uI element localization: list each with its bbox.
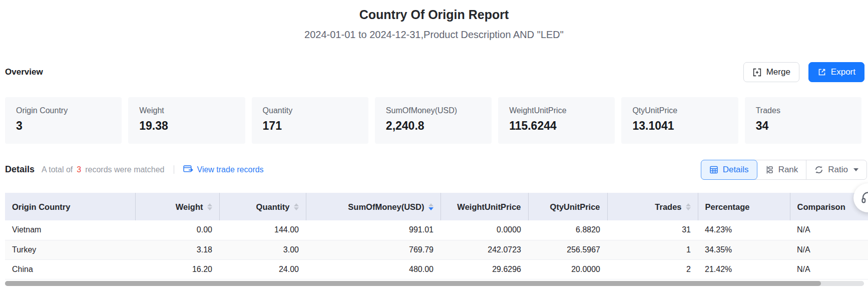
cell-quantity: 3.00 — [219, 240, 306, 259]
column-header-label: Percentage — [705, 202, 750, 212]
column-header-label: Quantity — [256, 202, 290, 212]
cell-qtyunitprice: 20.0000 — [528, 259, 607, 279]
stat-card-weight: Weight19.38 — [128, 97, 245, 144]
stat-card-label: WeightUnitPrice — [509, 106, 604, 115]
records-count: 3 — [77, 165, 81, 174]
cell-sumofmoney-usd: 480.00 — [306, 259, 441, 279]
stat-card-value: 3 — [16, 119, 111, 133]
column-header-label: Trades — [655, 202, 681, 212]
merge-button[interactable]: Merge — [743, 62, 799, 82]
export-button[interactable]: Export — [808, 62, 864, 82]
stat-card-label: QtyUnitPrice — [632, 106, 727, 115]
cell-comparison: N/A — [790, 220, 868, 240]
column-header-percentage: Percentage — [698, 193, 790, 220]
stat-card-value: 171 — [263, 119, 357, 133]
column-header-inner: Trades — [655, 202, 690, 212]
overview-header-row: Overview Merge Export — [5, 60, 864, 84]
details-heading: Details — [5, 164, 35, 175]
sort-asc-caret — [428, 203, 433, 206]
cell-origin-country: China — [5, 259, 135, 279]
stat-card-weightunitprice: WeightUnitPrice115.6244 — [498, 97, 615, 144]
stat-card-value: 2,240.8 — [386, 119, 481, 133]
sort-asc-caret — [686, 203, 691, 206]
stat-card-sumofmoney-usd: SumOfMoney(USD)2,240.8 — [375, 97, 492, 144]
sort-asc-caret — [207, 203, 212, 206]
view-tab-rank[interactable]: Rank — [757, 160, 806, 179]
cell-percentage: 21.42% — [698, 259, 790, 279]
column-header-label: WeightUnitPrice — [457, 202, 521, 212]
export-button-label: Export — [831, 67, 855, 77]
merge-button-label: Merge — [766, 67, 790, 77]
cell-weightunitprice: 0.0000 — [441, 220, 528, 240]
cell-origin-country: Turkey — [5, 240, 135, 259]
cell-weightunitprice: 29.6296 — [441, 259, 528, 279]
cell-qtyunitprice: 256.5967 — [528, 240, 607, 259]
external-link-icon — [817, 68, 826, 77]
details-left: Details A total of 3 records were matche… — [5, 164, 264, 175]
cell-percentage: 44.23% — [698, 220, 790, 240]
records-summary-suffix: records were matched — [85, 165, 164, 174]
table-grid-icon — [709, 165, 718, 174]
column-header-trades[interactable]: Trades — [607, 193, 698, 220]
stat-card-label: SumOfMoney(USD) — [386, 106, 481, 115]
cell-quantity: 24.00 — [219, 259, 306, 279]
table-row-vietnam: Vietnam0.00144.00991.010.00006.88203144.… — [5, 220, 868, 240]
stat-card-value: 19.38 — [139, 119, 234, 133]
column-header-inner: WeightUnitPrice — [457, 202, 521, 212]
view-tab-label: Rank — [778, 165, 798, 175]
stat-card-label: Origin Country — [16, 106, 111, 115]
cell-weight: 3.18 — [135, 240, 219, 259]
overview-heading: Overview — [5, 67, 43, 77]
column-header-inner: SumOfMoney(USD) — [348, 202, 433, 212]
column-header-inner: QtyUnitPrice — [550, 202, 600, 212]
table-body: Vietnam0.00144.00991.010.00006.88203144.… — [5, 220, 868, 279]
column-header-label: Comparison — [797, 202, 845, 212]
view-trade-records-label: View trade records — [197, 165, 264, 174]
sort-desc-caret — [294, 207, 299, 210]
page-subtitle: 2024-01-01 to 2024-12-31,Product Descrip… — [0, 29, 868, 41]
details-table: Origin CountryWeightQuantitySumOfMoney(U… — [5, 193, 868, 279]
column-header-inner: Origin Country — [12, 202, 70, 212]
cell-comparison: N/A — [790, 240, 868, 259]
cell-trades: 2 — [607, 259, 698, 279]
stat-card-origin-country: Origin Country3 — [5, 97, 122, 144]
records-summary-prefix: A total of — [42, 165, 73, 174]
column-header-inner: Quantity — [256, 202, 299, 212]
cell-weight: 16.20 — [135, 259, 219, 279]
horizontal-scrollbar-track[interactable] — [5, 281, 864, 286]
stat-card-value: 13.1041 — [632, 119, 727, 133]
cell-sumofmoney-usd: 769.79 — [306, 240, 441, 259]
column-header-quantity[interactable]: Quantity — [219, 193, 306, 220]
details-header-row: Details A total of 3 records were matche… — [5, 159, 867, 180]
records-summary: A total of 3 records were matched — [42, 165, 164, 174]
view-tab-label: Details — [723, 165, 749, 175]
column-header-weight[interactable]: Weight — [135, 193, 219, 220]
stat-card-value: 115.6244 — [509, 119, 604, 133]
column-header-inner: Percentage — [705, 202, 750, 212]
cell-quantity: 144.00 — [219, 220, 306, 240]
view-trade-records-link[interactable]: View trade records — [183, 165, 264, 174]
merge-cells-icon — [752, 68, 762, 77]
stat-card-label: Quantity — [263, 106, 357, 115]
vertical-divider — [174, 165, 174, 174]
horizontal-scrollbar-thumb[interactable] — [5, 281, 821, 286]
sort-carets-icon — [294, 203, 299, 210]
cell-qtyunitprice: 6.8820 — [528, 220, 607, 240]
caret-down-icon — [853, 168, 858, 171]
column-header-label: QtyUnitPrice — [550, 202, 600, 212]
stat-card-quantity: Quantity171 — [252, 97, 368, 144]
headset-icon — [860, 190, 868, 206]
sort-desc-caret — [686, 207, 691, 210]
view-tab-ratio[interactable]: Ratio — [806, 160, 866, 179]
column-header-sumofmoney-usd[interactable]: SumOfMoney(USD) — [306, 193, 441, 220]
column-header-label: Weight — [176, 202, 203, 212]
column-header-qtyunitprice: QtyUnitPrice — [528, 193, 607, 220]
cell-weightunitprice: 242.0723 — [441, 240, 528, 259]
view-toggle-group: DetailsRankRatio — [701, 160, 867, 180]
overview-actions: Merge Export — [743, 62, 864, 82]
sort-desc-caret — [428, 207, 433, 210]
column-header-origin-country: Origin Country — [5, 193, 135, 220]
circular-arrows-icon — [814, 165, 823, 174]
stat-card-label: Weight — [139, 106, 234, 115]
view-tab-details[interactable]: Details — [701, 160, 757, 180]
